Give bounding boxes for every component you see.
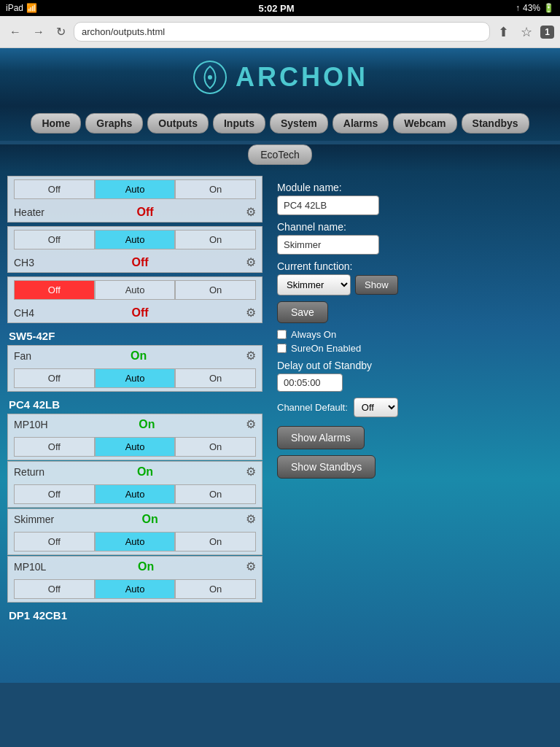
nav-inputs[interactable]: Inputs <box>213 113 265 133</box>
nav-alarms[interactable]: Alarms <box>332 113 389 133</box>
channel-row-return: Return On ⚙ Off Auto On <box>7 461 262 508</box>
toggle-row-return: Off Auto On <box>8 481 262 507</box>
toggle-auto-ch4[interactable]: Auto <box>95 280 176 300</box>
tab-count[interactable]: 1 <box>540 26 554 39</box>
module-group-ch4: Off Auto On CH4 Off ⚙ <box>7 276 262 323</box>
show-standbys-button[interactable]: Show Standbys <box>277 455 376 479</box>
always-on-row: Always On <box>277 329 553 340</box>
gear-icon-return[interactable]: ⚙ <box>246 465 256 479</box>
channel-label-skimmer: Skimmer <box>14 514 54 525</box>
right-panel: Module name: Channel name: Current funct… <box>277 176 553 668</box>
module-group-ch3: Off Auto On CH3 Off ⚙ <box>7 226 262 273</box>
back-button[interactable]: ← <box>6 24 25 40</box>
show-function-button[interactable]: Show <box>355 275 398 295</box>
toggle-off-mp10h[interactable]: Off <box>14 437 95 457</box>
logo-text: ARCHON <box>236 62 368 93</box>
toggle-off-ch4[interactable]: Off <box>14 280 95 300</box>
toggle-auto-mp10l[interactable]: Auto <box>95 579 176 599</box>
channel-label-return: Return <box>14 466 44 478</box>
toggle-off-fan[interactable]: Off <box>14 368 95 388</box>
module-group-0: Off Auto On Heater Off ⚙ <box>7 176 262 222</box>
nav-home[interactable]: Home <box>31 113 81 133</box>
gear-icon-mp10h[interactable]: ⚙ <box>246 417 256 431</box>
gear-icon-skimmer[interactable]: ⚙ <box>246 512 256 526</box>
gear-icon-fan[interactable]: ⚙ <box>246 349 256 363</box>
channel-status-mp10h: On <box>139 418 155 431</box>
function-select[interactable]: Skimmer Return Fan Heater Always On <box>277 274 351 295</box>
delay-input[interactable] <box>277 374 343 392</box>
toggle-auto-ch3[interactable]: Auto <box>95 230 176 249</box>
toggle-auto-mp10h[interactable]: Auto <box>95 437 176 457</box>
channel-status-heater: Off <box>136 206 153 219</box>
channel-default-select[interactable]: Off On Auto <box>354 398 398 417</box>
toggle-on-return[interactable]: On <box>175 484 256 504</box>
share-button[interactable]: ⬆ <box>494 23 513 42</box>
nav-outputs[interactable]: Outputs <box>147 113 209 133</box>
channel-label-ch3: CH3 <box>14 257 34 268</box>
gear-icon-heater[interactable]: ⚙ <box>246 205 256 219</box>
toggle-on-skimmer[interactable]: On <box>175 532 256 551</box>
toggle-auto-skimmer[interactable]: Auto <box>95 532 176 551</box>
toggle-off-heater-top[interactable]: Off <box>14 179 95 199</box>
channel-status-mp10l: On <box>138 560 154 573</box>
browser-bar: ← → ↻ ⬆ ☆ 1 <box>0 16 560 48</box>
status-left: iPad 📶 <box>6 3 37 13</box>
nav-standbys[interactable]: Standbys <box>462 113 529 133</box>
toggle-on-heater-top[interactable]: On <box>175 179 256 199</box>
toggle-auto-heater-top[interactable]: Auto <box>95 179 176 199</box>
channel-name-row-ch4: CH4 Off ⚙ <box>8 303 262 322</box>
channel-name-row-skimmer: Skimmer On ⚙ <box>8 509 262 529</box>
module-label-dp1: DP1 42CB1 <box>7 606 262 624</box>
toggle-on-fan[interactable]: On <box>175 368 256 388</box>
nav-system[interactable]: System <box>270 113 328 133</box>
channel-name-row-ch3: CH3 Off ⚙ <box>8 252 262 272</box>
channel-row-mp10h: MP10H On ⚙ Off Auto On <box>7 414 262 460</box>
page-header: ARCHON <box>0 48 560 106</box>
toggle-row-heater-top: Off Auto On <box>8 177 262 202</box>
save-button[interactable]: Save <box>277 301 328 323</box>
show-alarms-button[interactable]: Show Alarms <box>277 426 365 449</box>
toggle-auto-return[interactable]: Auto <box>95 484 176 504</box>
toggle-on-ch4[interactable]: On <box>175 280 256 300</box>
gear-icon-ch4[interactable]: ⚙ <box>246 306 256 320</box>
left-panel: Off Auto On Heater Off ⚙ Off Auto On <box>7 176 262 668</box>
channel-row-mp10l: MP10L On ⚙ Off Auto On <box>7 556 262 603</box>
url-bar[interactable] <box>74 22 490 42</box>
channel-row-fan: Fan On ⚙ Off Auto On <box>7 345 262 392</box>
function-row: Skimmer Return Fan Heater Always On Show <box>277 274 553 295</box>
toggle-off-ch3[interactable]: Off <box>14 230 95 249</box>
toggle-row-ch3: Off Auto On <box>8 227 262 252</box>
nav-graphs[interactable]: Graphs <box>85 113 143 133</box>
toggle-auto-fan[interactable]: Auto <box>95 368 176 388</box>
gear-icon-ch3[interactable]: ⚙ <box>246 255 256 269</box>
current-function-label: Current function: <box>277 260 553 272</box>
gear-icon-mp10l[interactable]: ⚙ <box>246 560 256 573</box>
toggle-off-skimmer[interactable]: Off <box>14 532 95 551</box>
channel-name-input[interactable] <box>277 235 379 255</box>
logo-container: ARCHON <box>192 59 368 96</box>
reload-button[interactable]: ↻ <box>52 23 69 40</box>
toggle-off-mp10l[interactable]: Off <box>14 579 95 599</box>
carrier-text: iPad <box>6 3 23 13</box>
bookmark-button[interactable]: ☆ <box>517 23 536 42</box>
always-on-checkbox[interactable] <box>277 330 287 339</box>
nav-bar: Home Graphs Outputs Inputs System Alarms… <box>0 106 560 141</box>
forward-button[interactable]: → <box>29 24 48 40</box>
location-icon: ↑ <box>516 3 520 13</box>
toggle-on-ch3[interactable]: On <box>175 230 256 249</box>
toggle-off-return[interactable]: Off <box>14 484 95 504</box>
module-name-label: Module name: <box>277 182 553 193</box>
ecotech-button[interactable]: EcoTech <box>248 144 312 165</box>
sureon-checkbox[interactable] <box>277 344 287 353</box>
toggle-on-mp10l[interactable]: On <box>175 579 256 599</box>
toggle-on-mp10h[interactable]: On <box>175 437 256 457</box>
module-group-pc4: PC4 42LB MP10H On ⚙ Off Auto On Return <box>7 395 262 603</box>
channel-default-label: Channel Default: <box>277 402 348 413</box>
channel-name-label: Channel name: <box>277 221 553 233</box>
module-name-input[interactable] <box>277 196 379 215</box>
nav-webcam[interactable]: Webcam <box>393 113 456 133</box>
channel-status-skimmer: On <box>142 513 158 526</box>
channel-row-ch4: Off Auto On CH4 Off ⚙ <box>7 276 262 323</box>
toggle-row-mp10l: Off Auto On <box>8 576 262 602</box>
sureon-label: SureOn Enabled <box>291 343 361 354</box>
